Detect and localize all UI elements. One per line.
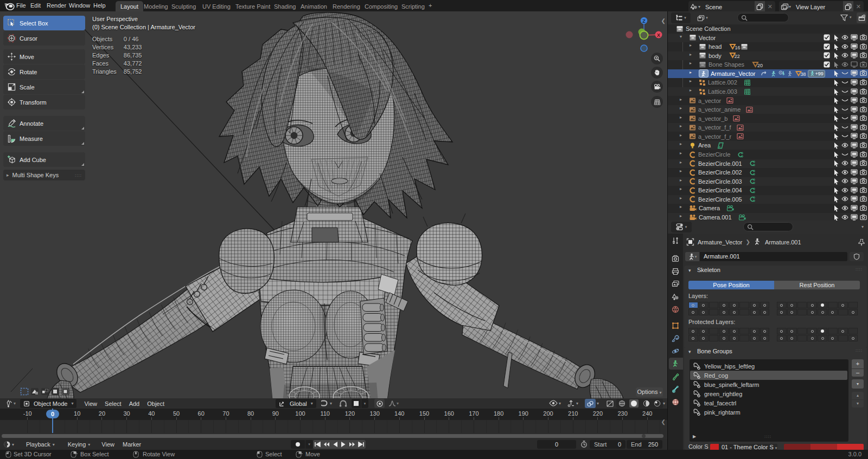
svg-text:X: X: [657, 33, 660, 38]
svg-text:Z: Z: [642, 18, 646, 24]
